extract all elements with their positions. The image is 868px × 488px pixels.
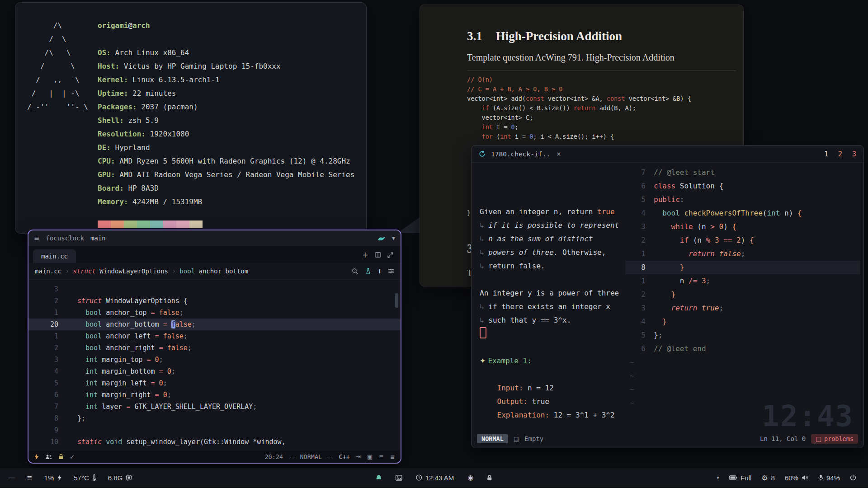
chevron-down-icon[interactable]: ▾: [392, 235, 395, 242]
microphone-module[interactable]: 94%: [818, 474, 840, 482]
app-menu-icon[interactable]: ≡: [27, 474, 33, 482]
problems-badge[interactable]: □problems: [811, 434, 858, 444]
doc-code-fragment: }: [467, 209, 471, 216]
zap-icon[interactable]: [34, 454, 39, 460]
code-line: 1 bool anchor_left = false;: [28, 330, 401, 342]
code-line: 2struct WindowLayerOptions {: [28, 295, 401, 307]
vim-mode-badge: NORMAL: [477, 434, 508, 443]
code-line: 20 bool anchor_bottom = false;: [28, 319, 401, 330]
line-number: 1: [28, 330, 58, 342]
refresh-icon[interactable]: [479, 150, 486, 157]
tmux-statusbar[interactable]: ≡ focusclock main ▾: [28, 230, 401, 246]
line-number: 5: [625, 193, 646, 206]
lock-icon[interactable]: [58, 454, 64, 460]
cpu-value: 1%: [44, 474, 54, 482]
line-number: 8: [625, 261, 646, 274]
text-line: if (A.size() < B.size()) return add(B, A…: [467, 103, 743, 113]
battery-module[interactable]: Full: [729, 474, 751, 482]
fetch-gap: [98, 33, 354, 46]
line-number: 6: [28, 389, 58, 401]
power-icon[interactable]: [850, 474, 856, 481]
dash-icon[interactable]: —: [8, 474, 15, 482]
users-icon[interactable]: [45, 454, 52, 460]
code-line: 4 }: [625, 315, 860, 328]
new-tab-button[interactable]: +: [362, 250, 368, 259]
line-number: 6: [625, 342, 646, 356]
editor-terminal-window: ≡ focusclock main ▾ main.cc + main.cc › …: [28, 230, 401, 464]
problem-description-pane[interactable]: Given an integer n, return true↳ if it i…: [472, 162, 633, 430]
maximize-icon[interactable]: [387, 252, 393, 258]
text-line: vector<int> C;: [467, 113, 743, 122]
code-line: 1 bool anchor_top = false;: [28, 307, 401, 319]
thermometer-icon: [92, 474, 96, 481]
search-icon[interactable]: [352, 268, 358, 274]
box-icon[interactable]: ▣: [367, 453, 373, 460]
tmux-window-name[interactable]: main: [90, 235, 106, 242]
sliders-icon[interactable]: [388, 268, 394, 274]
code-line: 8};: [28, 413, 401, 424]
mark-1[interactable]: 1: [824, 150, 828, 158]
text-line: // O(n): [467, 75, 743, 84]
close-icon[interactable]: ×: [557, 150, 561, 158]
cursor-mode-icon[interactable]: I: [378, 268, 381, 275]
memory-module[interactable]: 6.8G: [108, 474, 132, 482]
code-editor-area[interactable]: 32struct WindowLayerOptions {1 bool anch…: [28, 280, 401, 450]
line-number: 4: [625, 315, 646, 328]
cpu-module[interactable]: 1%: [44, 474, 62, 482]
menu-icon[interactable]: ≡: [34, 234, 40, 242]
fetch-user: origami: [98, 21, 128, 30]
line-number: 8: [28, 413, 58, 424]
split-window-icon[interactable]: [375, 252, 381, 258]
indent-icon[interactable]: ⇥: [356, 453, 361, 460]
breadcrumb[interactable]: main.cc › struct WindowLayerOptions › bo…: [35, 267, 248, 275]
text-line: ↳ if it is possible to represent: [480, 219, 633, 232]
outline-icon[interactable]: ≣: [390, 453, 395, 460]
file-icon: ▤: [514, 436, 519, 442]
code-line: 5};: [625, 328, 860, 342]
temperature-module[interactable]: 57°C: [74, 474, 96, 482]
tab-main-cc[interactable]: main.cc: [33, 249, 76, 263]
editor-statusline: ✓ 20:24 -- NORMAL -- C++ ⇥ ▣ ≡ ≣: [28, 450, 401, 463]
palette-swatch: [124, 221, 137, 228]
record-icon[interactable]: ◉: [467, 474, 473, 482]
text-line: Input: n = 12: [480, 381, 633, 395]
updates-module[interactable]: ⚙8: [761, 474, 775, 482]
doc-subtitle: Template question AcWing 791. High-Preci…: [467, 52, 725, 63]
volume-module[interactable]: 60%: [785, 474, 808, 482]
doc-section-number: 3.1: [467, 29, 482, 43]
buffer-tab-title[interactable]: 1780.check-if..: [491, 150, 550, 158]
clock-icon: [416, 474, 422, 481]
tray-arrow-icon[interactable]: ▾: [717, 474, 719, 481]
mark-2[interactable]: 2: [838, 150, 842, 158]
flask-icon[interactable]: [365, 268, 371, 274]
statusline-filename: Empty: [524, 435, 543, 442]
code-line: 4 bool checkPowersOfThree(int n) {: [625, 206, 860, 220]
code-line: 10static void setup_window_layer(Gtk::Wi…: [28, 436, 401, 448]
code-line: 6 int margin_right = 0;: [28, 389, 401, 401]
text-line: [480, 368, 633, 381]
text-line: [480, 341, 633, 354]
cursor-position: Ln 11, Col 0: [760, 435, 806, 442]
mark-3[interactable]: 3: [852, 150, 856, 158]
gear-icon: ⚙: [761, 474, 768, 482]
line-number: 3: [28, 283, 58, 295]
tmux-session-name[interactable]: focusclock: [46, 235, 84, 242]
screen-lock-icon[interactable]: [487, 475, 492, 481]
vertical-scrollbar[interactable]: [395, 293, 398, 308]
solution-editor-pane[interactable]: 7// @leet start6class Solution {5public:…: [625, 162, 860, 430]
line-number: 10: [28, 436, 58, 448]
leetcode-titlebar[interactable]: 1780.check-if.. × 1 2 3: [472, 145, 863, 163]
notification-bell-icon[interactable]: [376, 474, 382, 481]
leetcode-statusline: NORMAL ▤ Empty Ln 11, Col 0 □problems: [472, 432, 863, 446]
fetch-line: Memory: 4242MB / 15319MB: [98, 195, 354, 209]
line-number: 9: [28, 424, 58, 436]
code-line: 3 int margin_top = 0;: [28, 354, 401, 366]
microphone-icon: [818, 474, 823, 481]
line-number: 2: [625, 234, 646, 247]
clock-module[interactable]: 12:43 AM: [416, 474, 454, 482]
list-icon[interactable]: ≡: [379, 453, 384, 460]
text-line: An integer y is a power of three: [480, 286, 633, 300]
line-number: 1: [28, 307, 58, 319]
screenshot-icon[interactable]: [396, 475, 402, 481]
clock-overlay: 12:43: [762, 399, 854, 433]
